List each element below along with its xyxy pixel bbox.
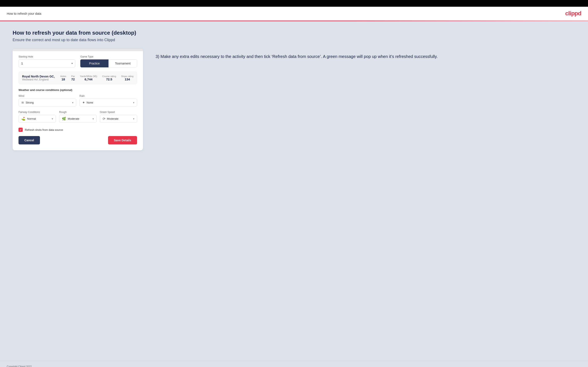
starting-hole-label: Starting Hole: [18, 55, 75, 58]
rain-group: Rain ✦ None ▾: [79, 94, 137, 107]
practice-button[interactable]: Practice: [80, 59, 108, 67]
green-speed-select[interactable]: ⟳ Moderate ▾: [100, 115, 137, 123]
wind-value: Strong: [26, 101, 72, 104]
course-rating-stat: Course rating 72.5: [102, 75, 116, 81]
right-panel: 3) Make any extra edits necessary to the…: [156, 49, 575, 60]
save-button[interactable]: Save Details: [108, 136, 137, 144]
course-rating-label: Course rating: [102, 75, 116, 77]
conditions-bottom-row: Fairway Conditions ⛳ Normal ▾ Rough 🌿 Mo…: [18, 111, 137, 123]
yards-value: 6,744: [80, 77, 97, 81]
card-top-bar: [13, 49, 143, 51]
game-type-label: Game Type: [80, 55, 137, 58]
course-rating-value: 72.5: [102, 77, 116, 81]
refresh-checkbox[interactable]: [18, 128, 23, 132]
rain-label: Rain: [79, 94, 137, 97]
holes-stat: Holes 18: [60, 75, 66, 81]
par-stat: Par 72: [71, 75, 75, 81]
rough-label: Rough: [59, 111, 96, 114]
course-row: Royal North Devon GC, Westward Ho!, Engl…: [18, 72, 137, 84]
course-stats: Holes 18 Par 72 Yards/White (M)) 6,744 C…: [60, 75, 133, 81]
course-location: Westward Ho!, England: [22, 78, 55, 81]
fairway-arrow-icon: ▾: [52, 117, 53, 120]
green-speed-value: Moderate: [107, 117, 133, 120]
wind-group: Wind ≋ Strong ▾: [18, 94, 76, 107]
page-subheading: Ensure the correct and most up to date d…: [13, 38, 575, 42]
starting-hole-wrapper: 1: [18, 59, 75, 67]
form-card: Starting Hole 1 Game Type Practice Tourn…: [13, 49, 143, 150]
conditions-title: Weather and course conditions (optional): [18, 88, 137, 92]
rough-value: Moderate: [68, 117, 92, 120]
wind-select[interactable]: ≋ Strong ▾: [18, 99, 76, 107]
rough-select[interactable]: 🌿 Moderate ▾: [59, 115, 96, 123]
refresh-checkbox-row: Refresh shots from data source: [18, 128, 137, 132]
fairway-group: Fairway Conditions ⛳ Normal ▾: [18, 111, 56, 123]
footer: Copyright Clippd 2022: [0, 361, 588, 367]
wind-icon: ≋: [21, 100, 24, 105]
starting-hole-group: Starting Hole 1: [18, 55, 75, 67]
main-content: How to refresh your data from source (de…: [0, 21, 588, 361]
slope-rating-value: 134: [121, 77, 133, 81]
green-speed-arrow-icon: ▾: [133, 117, 134, 120]
header-title: How to refresh your data: [7, 12, 41, 15]
page-heading: How to refresh your data from source (de…: [13, 30, 575, 36]
copyright-text: Copyright Clippd 2022: [7, 365, 32, 367]
holes-label: Holes: [60, 75, 66, 77]
par-label: Par: [71, 75, 75, 77]
green-speed-group: Green Speed ⟳ Moderate ▾: [100, 111, 137, 123]
yards-label: Yards/White (M)): [80, 75, 97, 77]
top-bar: [0, 0, 588, 7]
course-name: Royal North Devon GC,: [22, 75, 55, 78]
rough-group: Rough 🌿 Moderate ▾: [59, 111, 96, 123]
rain-arrow-icon: ▾: [133, 101, 134, 104]
par-value: 72: [71, 77, 75, 81]
rain-value: None: [86, 101, 133, 104]
conditions-top-row: Wind ≋ Strong ▾ Rain ✦ None ▾: [18, 94, 137, 107]
refresh-label: Refresh shots from data source: [25, 128, 63, 131]
slope-rating-stat: Slope rating 134: [121, 75, 133, 81]
wind-arrow-icon: ▾: [72, 101, 73, 104]
fairway-label: Fairway Conditions: [18, 111, 56, 114]
rough-icon: 🌿: [62, 117, 66, 121]
wind-label: Wind: [18, 94, 76, 97]
header: How to refresh your data clippd: [0, 7, 588, 21]
slope-rating-label: Slope rating: [121, 75, 133, 77]
content-area: Starting Hole 1 Game Type Practice Tourn…: [13, 49, 575, 150]
logo: clippd: [565, 10, 581, 17]
yards-stat: Yards/White (M)) 6,744: [80, 75, 97, 81]
fairway-value: Normal: [27, 117, 52, 120]
fairway-icon: ⛳: [21, 117, 26, 121]
button-row: Cancel Save Details: [18, 136, 137, 144]
green-speed-label: Green Speed: [100, 111, 137, 114]
game-type-group: Game Type Practice Tournament: [80, 55, 137, 67]
cancel-button[interactable]: Cancel: [18, 136, 40, 144]
green-speed-icon: ⟳: [103, 117, 105, 121]
game-type-buttons: Practice Tournament: [80, 59, 137, 67]
rain-icon: ✦: [82, 100, 85, 105]
starting-hole-select[interactable]: 1: [18, 59, 75, 67]
holes-value: 18: [60, 77, 66, 81]
instruction-text: 3) Make any extra edits necessary to the…: [156, 53, 575, 60]
top-fields-row: Starting Hole 1 Game Type Practice Tourn…: [18, 55, 137, 67]
rough-arrow-icon: ▾: [93, 117, 94, 120]
fairway-select[interactable]: ⛳ Normal ▾: [18, 115, 56, 123]
course-info: Royal North Devon GC, Westward Ho!, Engl…: [22, 75, 55, 81]
rain-select[interactable]: ✦ None ▾: [79, 99, 137, 107]
tournament-button[interactable]: Tournament: [108, 59, 137, 67]
